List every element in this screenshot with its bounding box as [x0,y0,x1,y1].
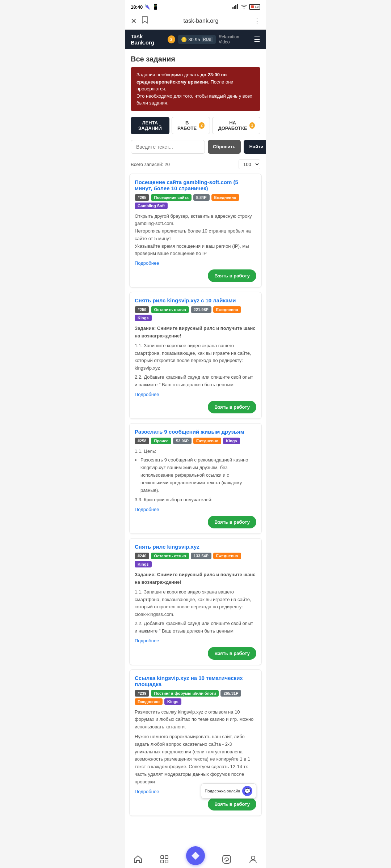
svg-rect-1 [234,6,235,9]
search-bar: Сбросить Найти [125,140,266,157]
task-tags: #265 Посещение сайта 8.84Р Ежедневно Gam… [135,194,256,209]
search-input[interactable] [131,140,205,154]
take-task-button[interactable]: Взять в работу [208,647,256,660]
alert-banner: Задания необходимо делать до 23:00 по ср… [131,67,260,111]
task-description: Задание: Снимите вирусный рилс и получит… [135,571,256,635]
nav-loop-button[interactable] [222,855,231,864]
tag-freq: Ежедневно [193,438,221,444]
hamburger-menu[interactable]: ☰ [254,35,260,44]
task-description: Открыть другой браузер, вставить в адрес… [135,213,256,258]
tag-freq: Ежедневно [213,306,241,313]
tag-id: #265 [135,194,149,201]
nav-center-button[interactable] [186,846,205,865]
close-browser-button[interactable]: ✕ [131,17,137,25]
find-button[interactable]: Найти [244,140,266,154]
tag-kings: Kings [223,438,240,444]
page-title: Все задания [125,49,266,67]
tag-type: Посещение сайта [151,194,191,201]
nav-profile-button[interactable] [248,855,258,864]
task-more-link[interactable]: Подробнее [135,392,256,397]
task-title[interactable]: Снять рилс kingsvip.xyz с 10 лайками [135,297,256,303]
task-title[interactable]: Снять рилс kingsvip.xyz [135,544,256,550]
tab-bar: ЛЕНТА ЗАДАНИЙ В РАБОТЕ 2 НА ДОРАБОТКЕ 2 [125,117,266,140]
battery-level: 10 [255,5,258,9]
take-task-button[interactable]: Взять в работу [208,798,256,810]
svg-rect-2 [235,5,236,9]
currency-selector[interactable]: RUB [202,37,213,42]
bottom-navigation [125,849,266,868]
status-bar: 18:40 🌂 📱 10 [125,0,266,12]
tab-revision-badge: 2 [249,122,255,129]
task-title[interactable]: Разослать 9 сообщений живым друзьям [135,429,256,435]
svg-rect-5 [165,856,168,859]
balance-amount: 30.95 [188,37,200,42]
alert-note: Это необходимо для того, чтобы каждый де… [136,93,252,106]
tag-kings: Kings [135,315,152,321]
task-card: Снять рилс kingsvip.xyz #240 Оставить от… [129,538,262,665]
umbrella-icon: 🌂 [144,4,150,10]
svg-rect-3 [237,4,238,9]
nav-home-button[interactable] [133,855,143,864]
tab-in-progress-label: В РАБОТЕ [177,120,197,131]
tab-revision-label: НА ДОРАБОТКЕ [218,120,248,131]
tag-type: Оставить отзыв [151,553,189,559]
tag-freq: Ежедневно [211,194,239,201]
task-more-link[interactable]: Подробнее [135,260,256,266]
svg-rect-4 [161,856,164,859]
take-task-button[interactable]: Взять в работу [208,269,256,282]
tag-price: 221.98Р [191,306,211,313]
task-more-link[interactable]: Подробнее [135,638,256,643]
browser-bar: ✕ task-bank.org ⋮ [125,12,266,30]
main-content: Все задания Задания необходимо делать до… [125,49,266,868]
task-card: Ссылка kingsvip.xyz на 10 тематических п… [129,669,262,816]
tab-revision[interactable]: НА ДОРАБОТКЕ 2 [212,117,260,134]
viber-icon: 📱 [152,4,159,10]
task-title[interactable]: Ссылка kingsvip.xyz на 10 тематических п… [135,675,256,687]
alert-text-prefix: Задания необходимо делать [136,72,201,77]
task-description: Разместить ссылку kingsvip.xyz с отзывом… [135,709,256,786]
tag-price: 53.06Р [173,438,192,444]
tag-freq: Ежедневно [135,698,163,705]
tag-kings: Kings [164,698,181,705]
count-row: Всего записей: 20 100 50 25 [125,157,266,174]
time: 18:40 [131,4,143,10]
task-more-link[interactable]: Подробнее [135,507,256,512]
take-task-button[interactable]: Взять в работу [208,516,256,528]
tag-id: #259 [135,306,149,313]
task-description: Задание: Снимите вирусный рилс и получит… [135,325,256,388]
tab-feed-label: ЛЕНТА ЗАДАНИЙ [136,120,164,131]
bookmark-button[interactable] [141,16,148,26]
task-card: Снять рилс kingsvip.xyz с 10 лайками #25… [129,292,262,418]
nav-bar: Task Bank.org 2 🪙 30.95 RUB Relaxation V… [125,30,266,49]
tab-in-progress[interactable]: В РАБОТЕ 2 [172,117,210,134]
take-task-button[interactable]: Взять в работу [208,401,256,413]
support-chat-button[interactable]: 💬 [242,786,252,796]
battery-indicator: 10 [249,4,260,10]
svg-rect-7 [165,860,168,863]
tag-kings: Kings [135,561,152,567]
signal-icon [232,4,239,10]
more-options-button[interactable]: ⋮ [253,17,260,25]
tag-id: #240 [135,553,149,559]
svg-rect-0 [232,7,234,9]
tag-price: 133.54Р [191,553,211,559]
tag-id: #239 [135,690,149,697]
tag-type: Оставить отзыв [151,306,189,313]
support-label: Поддержка онлайн [205,789,240,793]
per-page-select[interactable]: 100 50 25 [239,159,260,169]
notification-badge[interactable]: 2 [168,35,176,43]
reset-button[interactable]: Сбросить [208,140,241,154]
wifi-icon [241,4,247,10]
tab-feed[interactable]: ЛЕНТА ЗАДАНИЙ [131,117,169,134]
task-tags: #239 Постинг в форумы и/или блоги 265.31… [135,690,256,705]
balance-display: 🪙 30.95 RUB [178,35,216,44]
task-title[interactable]: Посещение сайта gambling-soft.com (5 мин… [135,179,256,191]
task-card: Посещение сайта gambling-soft.com (5 мин… [129,174,262,288]
svg-rect-6 [161,860,164,863]
username: Relaxation Video [219,34,251,44]
svg-rect-8 [223,855,231,863]
task-tags: #240 Оставить отзыв 133.54Р Ежедневно Ki… [135,553,256,567]
task-description: 1.1. Цель: Разослать 9 сообщений с реком… [135,448,256,504]
nav-apps-button[interactable] [160,855,169,864]
url-bar[interactable]: task-bank.org [153,18,249,24]
